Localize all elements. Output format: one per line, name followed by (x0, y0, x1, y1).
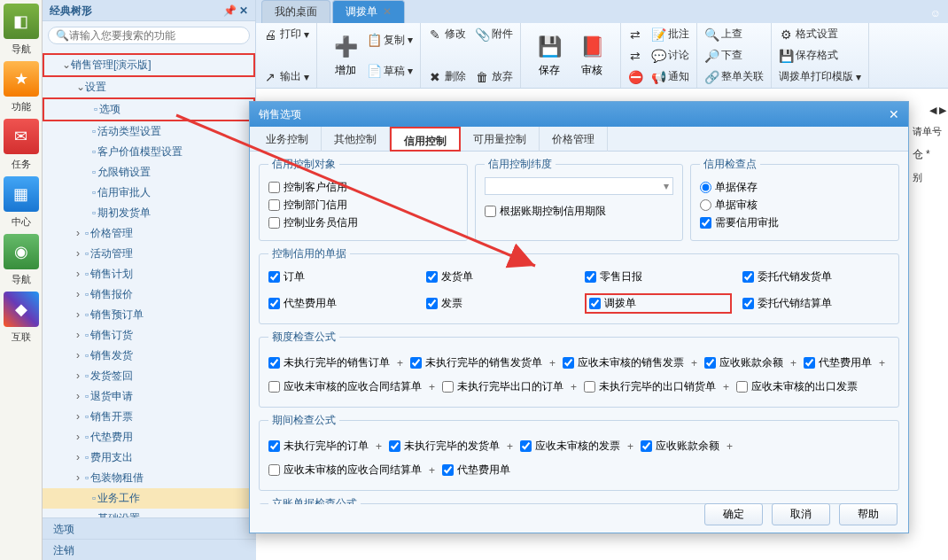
tree-item[interactable]: ▫活动类型设置 (43, 121, 255, 142)
saveformat-icon: 💾 (779, 49, 793, 63)
radio-audit[interactable] (700, 199, 711, 211)
dtab-available[interactable]: 可用量控制 (461, 127, 540, 152)
tree-settings[interactable]: ⌄设置 (43, 77, 255, 97)
chk-bill-7[interactable] (742, 298, 754, 309)
chk-formula[interactable] (268, 381, 280, 393)
print-button[interactable]: 打印 (280, 27, 301, 42)
tree-root[interactable]: ⌄销售管理[演示版] (43, 53, 255, 77)
ok-button[interactable]: 确定 (704, 503, 763, 525)
tree-item[interactable]: ›▫销售报价 (43, 284, 255, 305)
pin-icon[interactable]: 📌 ✕ (223, 0, 248, 20)
chk-bill-1[interactable] (426, 271, 438, 283)
copy-button[interactable]: 复制 (384, 33, 405, 48)
cancel-button[interactable]: 取消 (772, 503, 830, 525)
tree-item[interactable]: ›▫包装物租借 (43, 468, 255, 488)
chk-sales-credit[interactable] (268, 217, 280, 229)
chk-formula[interactable] (563, 357, 574, 369)
dialog-close-button[interactable]: ✕ (889, 102, 899, 127)
template-button[interactable]: 调拨单打印模版 (779, 69, 853, 84)
tree-item[interactable]: ▫客户价值模型设置 (43, 142, 255, 162)
delete-button[interactable]: 删除 (445, 69, 466, 84)
tree-item[interactable]: ›▫销售发货 (43, 346, 255, 366)
smiley-icon[interactable]: ☺ (923, 4, 948, 23)
chk-dept-credit[interactable] (268, 199, 280, 211)
tree-item[interactable]: ▫业务工作 (43, 488, 255, 509)
format-button[interactable]: 格式设置 (796, 27, 838, 42)
chk-formula[interactable] (442, 381, 454, 393)
tab-desktop[interactable]: 我的桌面 (261, 0, 330, 23)
close-icon[interactable]: ✕ (383, 5, 392, 18)
tree-item[interactable]: ▫期初发货单 (43, 203, 255, 223)
save-button[interactable]: 💾保存 (528, 29, 571, 82)
attach-button[interactable]: 附件 (492, 27, 513, 42)
search-input[interactable] (69, 29, 242, 42)
tree-item[interactable]: ›▫活动管理 (43, 244, 255, 264)
dtab-business[interactable]: 业务控制 (253, 127, 322, 152)
dtab-credit[interactable]: 信用控制 (390, 127, 461, 152)
chk-formula[interactable] (389, 440, 400, 452)
dimension-combo[interactable] (485, 177, 674, 195)
discard-button[interactable]: 放弃 (492, 69, 513, 84)
chk-formula[interactable] (704, 357, 716, 369)
tree-item[interactable]: ▫选项 (43, 97, 255, 121)
leftbar-icon[interactable]: ◉ (4, 234, 39, 269)
chk-formula[interactable] (520, 440, 532, 452)
downquery-button[interactable]: 下查 (721, 48, 742, 63)
upquery-button[interactable]: 上查 (721, 27, 742, 42)
tree-item[interactable]: ›▫销售计划 (43, 264, 255, 284)
help-button[interactable]: 帮助 (839, 503, 897, 525)
chk-formula[interactable] (410, 357, 422, 369)
leftbar-icon[interactable]: ✉ (4, 119, 39, 154)
dtab-price[interactable]: 价格管理 (540, 127, 608, 152)
chk-formula[interactable] (268, 357, 280, 369)
audit-button[interactable]: 📕审核 (571, 29, 613, 82)
leftbar-icon[interactable]: ◆ (4, 292, 39, 327)
radio-save[interactable] (700, 182, 711, 193)
leftbar-icon[interactable]: ◧ (4, 4, 39, 39)
chk-customer-credit[interactable] (268, 182, 280, 193)
tree-item[interactable]: ›▫费用支出 (43, 447, 255, 468)
chk-bill-4[interactable] (268, 298, 280, 309)
tree-item[interactable]: ›▫销售订货 (43, 325, 255, 346)
saveformat-button[interactable]: 保存格式 (796, 48, 838, 63)
modify-button[interactable]: 修改 (445, 27, 466, 42)
chk-formula[interactable] (268, 440, 280, 452)
chk-formula[interactable] (442, 464, 454, 476)
dialog-titlebar[interactable]: 销售选项 ✕ (250, 102, 908, 127)
main-tabs: 我的桌面 调拨单✕ ☺ (256, 0, 948, 23)
chk-formula[interactable] (268, 464, 280, 476)
dtab-other[interactable]: 其他控制 (322, 127, 390, 152)
chk-bill-5[interactable] (426, 298, 438, 309)
chk-formula[interactable] (584, 381, 595, 393)
chk-bill-6[interactable] (589, 298, 601, 309)
chk-period-credit[interactable] (485, 206, 496, 217)
search-box[interactable]: 🔍 (48, 27, 250, 44)
draft-button[interactable]: 草稿 (384, 64, 405, 79)
discuss-button[interactable]: 讨论 (668, 48, 689, 63)
add-button[interactable]: ➕增加 (324, 29, 367, 82)
tree-item[interactable]: ›▫销售开票 (43, 407, 255, 427)
tree-item[interactable]: ▫允限销设置 (43, 162, 255, 183)
leftbar-icon[interactable]: ▦ (4, 176, 39, 212)
output-button[interactable]: 输出 (280, 69, 301, 84)
tree-item[interactable]: ›▫发货签回 (43, 366, 255, 386)
tree-item[interactable]: ›▫销售预订单 (43, 305, 255, 325)
chk-formula[interactable] (641, 440, 652, 452)
footer-tab-options[interactable]: 选项 (43, 517, 256, 539)
chk-need-approval[interactable] (700, 217, 711, 229)
tree-item[interactable]: ▫信用审批人 (43, 183, 255, 203)
chk-formula[interactable] (736, 381, 748, 393)
tab-transfer[interactable]: 调拨单✕ (332, 0, 405, 23)
chk-bill-0[interactable] (268, 271, 280, 283)
notify-button[interactable]: 通知 (668, 69, 689, 84)
chk-bill-3[interactable] (742, 271, 754, 283)
leftbar-icon[interactable]: ★ (4, 61, 39, 97)
chk-bill-2[interactable] (585, 271, 596, 283)
tree-item[interactable]: ›▫价格管理 (43, 223, 255, 244)
billrel-button[interactable]: 整单关联 (721, 69, 764, 84)
tree-item[interactable]: ›▫退货申请 (43, 386, 255, 407)
chk-formula[interactable] (804, 357, 815, 369)
footer-tab-logout[interactable]: 注销 (43, 539, 256, 560)
approve-button[interactable]: 批注 (668, 27, 689, 42)
tree-item[interactable]: ›▫代垫费用 (43, 427, 255, 447)
